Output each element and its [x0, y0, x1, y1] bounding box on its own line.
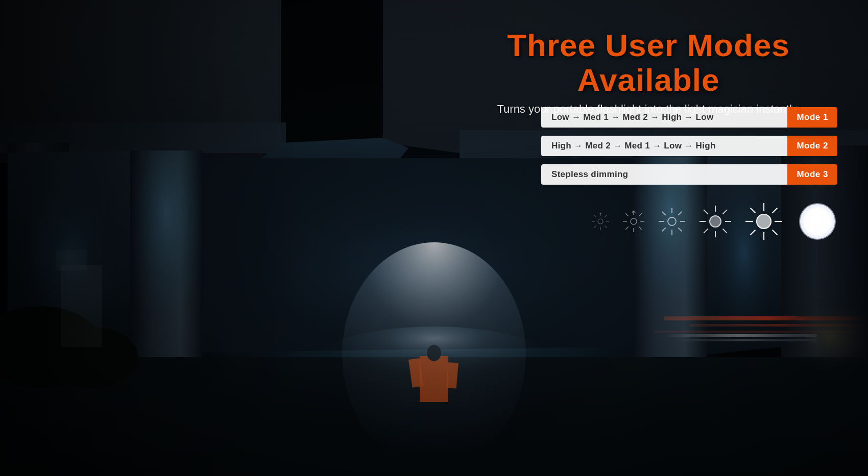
svg-line-50 [594, 215, 596, 217]
svg-line-82 [722, 229, 727, 233]
svg-line-84 [704, 229, 708, 233]
page-title: Three User Modes Available [470, 28, 827, 97]
svg-line-72 [662, 212, 666, 215]
svg-point-95 [799, 203, 836, 240]
brightness-level-5 [744, 202, 784, 241]
brightness-level-4 [698, 204, 733, 239]
svg-line-53 [594, 226, 596, 228]
mode-3-badge: Mode 3 [787, 164, 837, 185]
mode-row-2: High → Med 2 → Med 1 → Low → High Mode 2 [541, 136, 837, 156]
mode-1-badge: Mode 1 [787, 107, 837, 128]
brightness-level-2 [621, 209, 646, 234]
main-content: Three User Modes Available Turns your po… [0, 0, 868, 476]
svg-line-75 [662, 228, 666, 231]
svg-line-81 [704, 210, 708, 214]
brightness-level-6 [795, 199, 840, 244]
svg-line-63 [639, 213, 642, 216]
svg-line-73 [678, 228, 682, 231]
svg-line-93 [751, 230, 756, 235]
svg-line-61 [625, 213, 629, 216]
modes-area: Low → Med 1 → Med 2 → High → Low Mode 1 … [541, 107, 837, 185]
svg-point-85 [757, 214, 771, 229]
svg-line-90 [751, 208, 756, 213]
brightness-level-3 [657, 207, 687, 236]
brightness-icons-area [591, 199, 840, 244]
svg-point-67 [668, 217, 676, 226]
title-area: Three User Modes Available Turns your po… [470, 28, 827, 116]
brightness-level-1 [591, 212, 610, 231]
mode-3-sequence: Stepless dimming [541, 164, 787, 185]
svg-line-64 [625, 227, 629, 230]
mode-2-badge: Mode 2 [787, 136, 837, 156]
svg-line-92 [773, 208, 778, 213]
svg-point-56 [631, 218, 637, 224]
svg-line-62 [639, 227, 642, 230]
svg-line-83 [722, 210, 727, 214]
svg-line-52 [605, 215, 607, 217]
svg-line-91 [773, 230, 778, 235]
svg-line-74 [678, 212, 682, 215]
mode-2-sequence: High → Med 2 → Med 1 → Low → High [541, 136, 787, 156]
svg-line-51 [605, 226, 607, 228]
scene: Three User Modes Available Turns your po… [0, 0, 868, 476]
svg-point-76 [710, 216, 721, 227]
mode-1-sequence: Low → Med 1 → Med 2 → High → Low [541, 107, 787, 128]
mode-row-1: Low → Med 1 → Med 2 → High → Low Mode 1 [541, 107, 837, 128]
mode-row-3: Stepless dimming Mode 3 [541, 164, 837, 185]
svg-point-45 [598, 219, 603, 224]
